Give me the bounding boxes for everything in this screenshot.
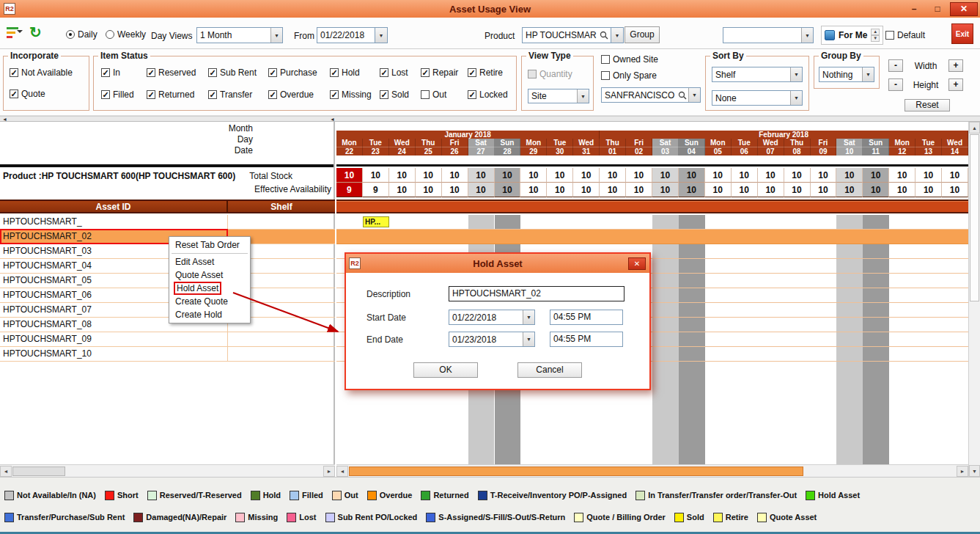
start-time-input[interactable]: 04:55 PM — [550, 310, 623, 325]
checkbox-out[interactable]: Out — [421, 89, 468, 100]
chevron-down-icon[interactable]: ▼ — [801, 28, 813, 43]
hold-asset-bar[interactable]: HP... — [363, 216, 389, 227]
checkbox-missing[interactable]: ✓Missing — [330, 89, 380, 100]
radio-daily[interactable]: Daily — [66, 29, 97, 40]
reset-button[interactable]: Reset — [905, 99, 950, 111]
asset-row[interactable]: HPTOUCHSMART_08 — [0, 318, 335, 332]
scroll-thumb[interactable] — [970, 134, 979, 301]
scroll-thumb[interactable] — [12, 467, 65, 476]
checkbox-only-spare[interactable]: Only Spare — [601, 70, 657, 81]
spinner-down-icon[interactable]: ▼ — [871, 35, 880, 42]
description-input[interactable]: HPTOUCHSMART_02 — [449, 286, 625, 301]
cancel-button[interactable]: Cancel — [517, 362, 582, 378]
checkbox-not-available[interactable]: ✓Not Available — [10, 67, 73, 78]
start-date-input[interactable]: 01/22/2018 ▼ — [449, 310, 535, 325]
sort-view-icon[interactable] — [6, 25, 23, 41]
maximize-button[interactable]: □ — [926, 2, 948, 16]
checkbox-repair[interactable]: ✓Repair — [421, 67, 468, 78]
checkbox-hold[interactable]: ✓Hold — [330, 67, 380, 78]
menu-item-edit-asset[interactable]: Edit Asset — [170, 255, 249, 268]
quick-select-combo[interactable]: ▼ — [723, 27, 814, 43]
checkbox-default[interactable]: Default — [885, 30, 925, 40]
chevron-down-icon[interactable]: ▼ — [270, 28, 282, 43]
chevron-down-icon[interactable]: ▼ — [862, 67, 874, 81]
sort-primary-combo[interactable]: Shelf ▼ — [712, 67, 803, 82]
asset-row[interactable]: HPTOUCHSMART_03 — [0, 244, 335, 259]
checkbox-in[interactable]: ✓In — [101, 67, 147, 78]
exit-button[interactable]: Exit — [951, 23, 973, 44]
grid-row[interactable]: HP... — [336, 215, 968, 230]
asset-row[interactable]: HPTOUCHSMART_09 — [0, 332, 335, 347]
checkbox-owned-site[interactable]: Owned Site — [601, 54, 658, 65]
group-button[interactable]: Group — [625, 26, 660, 43]
view-type-site-combo[interactable]: Site ▼ — [528, 89, 589, 103]
menu-item-create-quote[interactable]: Create Quote — [170, 295, 249, 308]
checkbox-filled[interactable]: ✓Filled — [101, 89, 147, 100]
sort-secondary-combo[interactable]: None ▼ — [712, 90, 803, 106]
chevron-down-icon[interactable]: ▼ — [790, 67, 802, 81]
checkbox-overdue[interactable]: ✓Overdue — [268, 89, 330, 100]
close-icon[interactable]: ✕ — [950, 2, 978, 16]
checkbox-lost[interactable]: ✓Lost — [380, 67, 421, 78]
scroll-left-icon[interactable]: ◄ — [336, 466, 348, 477]
menu-item-quote-asset[interactable]: Quote Asset — [170, 268, 249, 282]
checkbox-sub-rent[interactable]: ✓Sub Rent — [208, 67, 268, 78]
spinner-up-icon[interactable]: ▲ — [871, 29, 880, 35]
height-plus-button[interactable]: + — [948, 78, 963, 91]
menu-item-create-hold[interactable]: Create Hold — [170, 308, 249, 321]
column-header-shelf[interactable]: Shelf — [228, 201, 335, 212]
width-minus-button[interactable]: - — [888, 59, 903, 72]
scroll-left-icon[interactable]: ◄ — [0, 466, 12, 477]
asset-row[interactable]: HPTOUCHSMART_02 — [0, 230, 335, 244]
checkbox-quote[interactable]: ✓Quote — [10, 88, 73, 100]
checkbox-returned[interactable]: ✓Returned — [147, 89, 208, 100]
calendar-dropdown-icon[interactable]: ▼ — [523, 332, 534, 346]
scroll-right-icon[interactable]: ► — [323, 466, 335, 477]
asset-row[interactable]: HPTOUCHSMART_07 — [0, 303, 335, 318]
grid-hscrollbar[interactable]: ◄ ► — [336, 464, 968, 477]
product-input[interactable]: HP TOUCHSMAR — [522, 27, 611, 43]
site-search-combo[interactable]: SANFRANCISCO ▼ — [601, 87, 701, 103]
checkbox-purchase[interactable]: ✓Purchase — [268, 67, 330, 78]
dialog-close-icon[interactable]: ✕ — [628, 257, 646, 270]
checkbox-transfer[interactable]: ✓Transfer — [208, 89, 268, 100]
from-date-input[interactable]: 01/22/2018 — [317, 27, 375, 43]
end-date-input[interactable]: 01/23/2018 ▼ — [449, 332, 535, 347]
menu-item-hold-asset[interactable]: Hold Asset — [170, 282, 249, 295]
asset-row[interactable]: HPTOUCHSMART_10 — [0, 347, 335, 362]
calendar-dropdown-icon[interactable]: ▼ — [523, 310, 534, 324]
scroll-thumb[interactable] — [349, 467, 803, 476]
ok-button[interactable]: OK — [413, 362, 478, 378]
asset-list-hscrollbar[interactable]: ◄ ► — [0, 464, 335, 477]
dialog-titlebar[interactable]: R2 Hold Asset ✕ — [346, 254, 649, 273]
height-minus-button[interactable]: - — [888, 78, 903, 91]
checkbox-sold[interactable]: ✓Sold — [380, 89, 421, 100]
refresh-icon[interactable]: ↻ — [29, 23, 42, 42]
grid-row[interactable] — [336, 230, 968, 244]
minimize-button[interactable]: – — [903, 2, 925, 16]
column-header-asset-id[interactable]: Asset ID — [0, 201, 228, 212]
asset-row[interactable]: HPTOUCHSMART_04 — [0, 259, 335, 274]
radio-weekly[interactable]: Weekly — [106, 29, 146, 40]
product-dropdown-button[interactable]: ▼ — [611, 27, 624, 43]
for-me-spinner[interactable]: ▲ ▼ — [871, 29, 880, 42]
chevron-down-icon[interactable]: ▼ — [577, 89, 589, 103]
scroll-down-icon[interactable]: ▼ — [969, 465, 980, 477]
scroll-right-icon[interactable]: ► — [957, 466, 968, 477]
group-by-combo[interactable]: Nothing ▼ — [819, 67, 874, 82]
checkbox-locked[interactable]: ✓Locked — [468, 89, 512, 100]
menu-item-reset-tab-order[interactable]: Reset Tab Order — [170, 238, 249, 252]
grid-vscrollbar[interactable]: ▲ ▼ — [968, 122, 980, 477]
chevron-down-icon[interactable]: ▼ — [688, 88, 700, 102]
asset-row[interactable]: HPTOUCHSMART_05 — [0, 274, 335, 288]
checkbox-reserved[interactable]: ✓Reserved — [147, 67, 208, 78]
day-views-combo[interactable]: 1 Month ▼ — [196, 27, 283, 43]
splitter-bar[interactable]: ◄ ◄ — [0, 116, 980, 122]
for-me-control[interactable]: For Me ▲ ▼ — [821, 26, 883, 45]
end-time-input[interactable]: 04:55 PM — [550, 332, 623, 347]
asset-row[interactable]: HPTOUCHSMART_ — [0, 215, 335, 230]
asset-row[interactable]: HPTOUCHSMART_06 — [0, 288, 335, 303]
chevron-down-icon[interactable]: ▼ — [790, 91, 802, 105]
from-date-dropdown-button[interactable]: ▼ — [375, 27, 388, 43]
width-plus-button[interactable]: + — [948, 59, 963, 72]
